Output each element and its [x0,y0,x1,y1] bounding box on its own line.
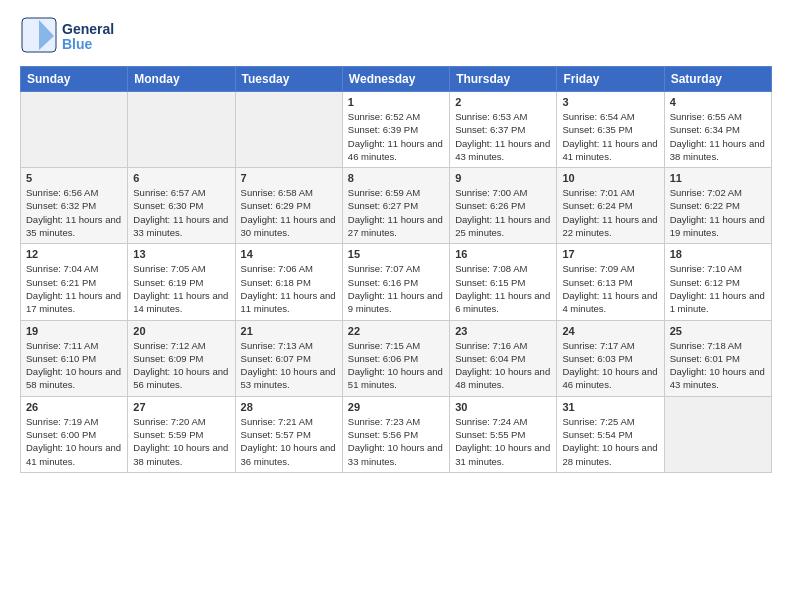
day-info: Sunrise: 7:21 AM Sunset: 5:57 PM Dayligh… [241,415,337,468]
weekday-header: Tuesday [235,67,342,92]
calendar-cell: 1Sunrise: 6:52 AM Sunset: 6:39 PM Daylig… [342,92,449,168]
day-number: 23 [455,325,551,337]
day-number: 3 [562,96,658,108]
day-number: 9 [455,172,551,184]
day-info: Sunrise: 7:00 AM Sunset: 6:26 PM Dayligh… [455,186,551,239]
calendar-table: SundayMondayTuesdayWednesdayThursdayFrid… [20,66,772,473]
calendar-cell: 12Sunrise: 7:04 AM Sunset: 6:21 PM Dayli… [21,244,128,320]
logo-svg [20,16,58,54]
day-number: 2 [455,96,551,108]
day-number: 20 [133,325,229,337]
calendar-cell: 8Sunrise: 6:59 AM Sunset: 6:27 PM Daylig… [342,168,449,244]
day-number: 1 [348,96,444,108]
day-number: 13 [133,248,229,260]
calendar-cell [21,92,128,168]
day-number: 14 [241,248,337,260]
calendar-cell: 21Sunrise: 7:13 AM Sunset: 6:07 PM Dayli… [235,320,342,396]
day-info: Sunrise: 7:05 AM Sunset: 6:19 PM Dayligh… [133,262,229,315]
calendar-cell: 16Sunrise: 7:08 AM Sunset: 6:15 PM Dayli… [450,244,557,320]
day-info: Sunrise: 7:15 AM Sunset: 6:06 PM Dayligh… [348,339,444,392]
day-info: Sunrise: 6:55 AM Sunset: 6:34 PM Dayligh… [670,110,766,163]
day-number: 22 [348,325,444,337]
calendar-week-row: 1Sunrise: 6:52 AM Sunset: 6:39 PM Daylig… [21,92,772,168]
calendar-cell: 18Sunrise: 7:10 AM Sunset: 6:12 PM Dayli… [664,244,771,320]
day-info: Sunrise: 7:11 AM Sunset: 6:10 PM Dayligh… [26,339,122,392]
day-info: Sunrise: 7:04 AM Sunset: 6:21 PM Dayligh… [26,262,122,315]
day-number: 7 [241,172,337,184]
calendar-cell: 9Sunrise: 7:00 AM Sunset: 6:26 PM Daylig… [450,168,557,244]
day-info: Sunrise: 7:13 AM Sunset: 6:07 PM Dayligh… [241,339,337,392]
day-number: 21 [241,325,337,337]
calendar-week-row: 26Sunrise: 7:19 AM Sunset: 6:00 PM Dayli… [21,396,772,472]
calendar-cell: 13Sunrise: 7:05 AM Sunset: 6:19 PM Dayli… [128,244,235,320]
calendar-cell: 7Sunrise: 6:58 AM Sunset: 6:29 PM Daylig… [235,168,342,244]
logo-blue: Blue [62,37,114,52]
calendar-cell [128,92,235,168]
day-info: Sunrise: 7:06 AM Sunset: 6:18 PM Dayligh… [241,262,337,315]
calendar-cell: 11Sunrise: 7:02 AM Sunset: 6:22 PM Dayli… [664,168,771,244]
calendar-cell: 3Sunrise: 6:54 AM Sunset: 6:35 PM Daylig… [557,92,664,168]
day-number: 25 [670,325,766,337]
day-number: 11 [670,172,766,184]
day-number: 19 [26,325,122,337]
calendar-week-row: 12Sunrise: 7:04 AM Sunset: 6:21 PM Dayli… [21,244,772,320]
day-info: Sunrise: 7:23 AM Sunset: 5:56 PM Dayligh… [348,415,444,468]
calendar-cell: 24Sunrise: 7:17 AM Sunset: 6:03 PM Dayli… [557,320,664,396]
calendar-cell: 6Sunrise: 6:57 AM Sunset: 6:30 PM Daylig… [128,168,235,244]
day-info: Sunrise: 6:56 AM Sunset: 6:32 PM Dayligh… [26,186,122,239]
calendar-cell: 28Sunrise: 7:21 AM Sunset: 5:57 PM Dayli… [235,396,342,472]
day-number: 28 [241,401,337,413]
calendar-cell [235,92,342,168]
day-number: 17 [562,248,658,260]
calendar-cell [664,396,771,472]
day-info: Sunrise: 7:02 AM Sunset: 6:22 PM Dayligh… [670,186,766,239]
day-number: 24 [562,325,658,337]
day-number: 8 [348,172,444,184]
weekday-header: Friday [557,67,664,92]
weekday-header: Monday [128,67,235,92]
calendar-cell: 10Sunrise: 7:01 AM Sunset: 6:24 PM Dayli… [557,168,664,244]
calendar-cell: 22Sunrise: 7:15 AM Sunset: 6:06 PM Dayli… [342,320,449,396]
day-info: Sunrise: 7:19 AM Sunset: 6:00 PM Dayligh… [26,415,122,468]
page-header: General Blue [20,16,772,58]
weekday-header: Saturday [664,67,771,92]
day-info: Sunrise: 6:58 AM Sunset: 6:29 PM Dayligh… [241,186,337,239]
day-info: Sunrise: 7:12 AM Sunset: 6:09 PM Dayligh… [133,339,229,392]
day-info: Sunrise: 7:10 AM Sunset: 6:12 PM Dayligh… [670,262,766,315]
day-info: Sunrise: 7:01 AM Sunset: 6:24 PM Dayligh… [562,186,658,239]
calendar-cell: 5Sunrise: 6:56 AM Sunset: 6:32 PM Daylig… [21,168,128,244]
day-info: Sunrise: 7:18 AM Sunset: 6:01 PM Dayligh… [670,339,766,392]
day-info: Sunrise: 7:17 AM Sunset: 6:03 PM Dayligh… [562,339,658,392]
day-number: 6 [133,172,229,184]
day-info: Sunrise: 7:20 AM Sunset: 5:59 PM Dayligh… [133,415,229,468]
weekday-header: Sunday [21,67,128,92]
day-info: Sunrise: 6:59 AM Sunset: 6:27 PM Dayligh… [348,186,444,239]
page-container: General Blue SundayMondayTuesdayWednesda… [0,0,792,493]
logo-general: General [62,22,114,37]
day-info: Sunrise: 7:08 AM Sunset: 6:15 PM Dayligh… [455,262,551,315]
day-number: 5 [26,172,122,184]
day-info: Sunrise: 7:24 AM Sunset: 5:55 PM Dayligh… [455,415,551,468]
calendar-week-row: 5Sunrise: 6:56 AM Sunset: 6:32 PM Daylig… [21,168,772,244]
calendar-cell: 2Sunrise: 6:53 AM Sunset: 6:37 PM Daylig… [450,92,557,168]
calendar-cell: 26Sunrise: 7:19 AM Sunset: 6:00 PM Dayli… [21,396,128,472]
day-number: 27 [133,401,229,413]
calendar-cell: 23Sunrise: 7:16 AM Sunset: 6:04 PM Dayli… [450,320,557,396]
calendar-cell: 27Sunrise: 7:20 AM Sunset: 5:59 PM Dayli… [128,396,235,472]
calendar-cell: 4Sunrise: 6:55 AM Sunset: 6:34 PM Daylig… [664,92,771,168]
day-info: Sunrise: 7:25 AM Sunset: 5:54 PM Dayligh… [562,415,658,468]
calendar-cell: 25Sunrise: 7:18 AM Sunset: 6:01 PM Dayli… [664,320,771,396]
weekday-header: Wednesday [342,67,449,92]
calendar-cell: 29Sunrise: 7:23 AM Sunset: 5:56 PM Dayli… [342,396,449,472]
day-info: Sunrise: 6:52 AM Sunset: 6:39 PM Dayligh… [348,110,444,163]
calendar-cell: 15Sunrise: 7:07 AM Sunset: 6:16 PM Dayli… [342,244,449,320]
calendar-week-row: 19Sunrise: 7:11 AM Sunset: 6:10 PM Dayli… [21,320,772,396]
calendar-cell: 30Sunrise: 7:24 AM Sunset: 5:55 PM Dayli… [450,396,557,472]
calendar-cell: 20Sunrise: 7:12 AM Sunset: 6:09 PM Dayli… [128,320,235,396]
day-info: Sunrise: 6:54 AM Sunset: 6:35 PM Dayligh… [562,110,658,163]
logo: General Blue [20,16,114,58]
calendar-cell: 19Sunrise: 7:11 AM Sunset: 6:10 PM Dayli… [21,320,128,396]
day-number: 29 [348,401,444,413]
day-info: Sunrise: 7:16 AM Sunset: 6:04 PM Dayligh… [455,339,551,392]
day-number: 4 [670,96,766,108]
